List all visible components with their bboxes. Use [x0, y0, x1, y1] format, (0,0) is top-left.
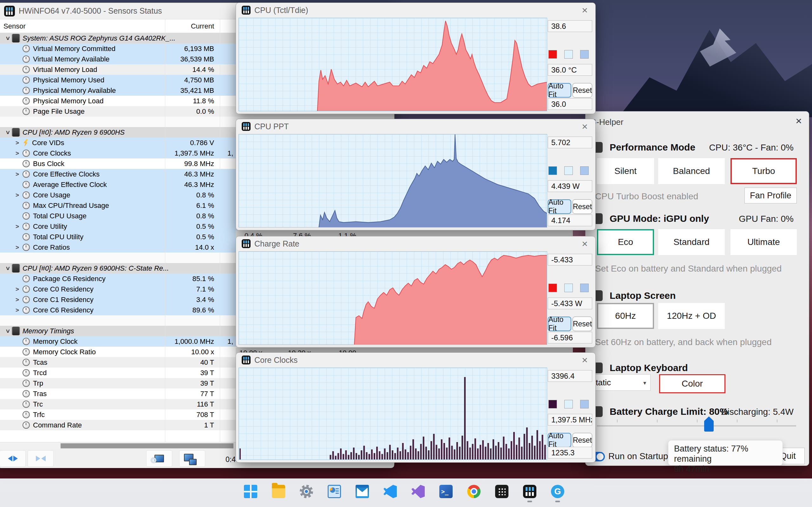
close-icon[interactable]: × — [580, 121, 590, 131]
expand-chevron-icon[interactable]: > — [15, 244, 22, 251]
expand-chevron-icon[interactable]: > — [15, 150, 22, 157]
taskbar-icon-hwinfo[interactable] — [521, 483, 539, 500]
refresh-120hz-button[interactable]: 120Hz + OD — [658, 303, 725, 329]
auto-fit-button[interactable]: Auto Fit — [548, 83, 571, 98]
sensor-label: Physical Memory Available — [33, 87, 116, 95]
sensor-value: 6,193 MB — [125, 45, 214, 53]
graph-window-title: Core Clocks — [254, 355, 576, 365]
reset-button[interactable]: Reset — [572, 317, 592, 331]
g-helper-icon: G — [551, 485, 564, 498]
tooltip-line2: 9h 47min — [674, 464, 777, 474]
expand-chevron-icon[interactable]: > — [15, 139, 22, 147]
expand-chevron-icon[interactable]: > — [15, 307, 22, 314]
color-swatch[interactable] — [564, 50, 573, 59]
color-swatch[interactable] — [580, 50, 589, 59]
auto-fit-button[interactable]: Auto Fit — [548, 317, 571, 331]
color-swatch[interactable] — [548, 284, 557, 292]
expand-chevron-icon[interactable]: > — [15, 286, 22, 293]
taskbar-icon-vscode[interactable] — [381, 483, 399, 500]
clock-icon — [22, 55, 30, 63]
balanced-button[interactable]: Balanced — [658, 158, 725, 184]
taskbar-icon-start[interactable] — [242, 483, 259, 500]
reset-button[interactable]: Reset — [572, 199, 592, 214]
column-current[interactable]: Current — [125, 22, 214, 31]
clock-icon — [22, 348, 30, 355]
expand-chevron-icon[interactable]: > — [15, 171, 22, 178]
color-swatch[interactable] — [548, 400, 557, 408]
taskbar-icon-mail[interactable] — [353, 483, 371, 500]
taskbar-icon-file-explorer[interactable] — [270, 483, 287, 500]
graph-current-value: 36.0 °C — [548, 64, 592, 76]
reset-button[interactable]: Reset — [572, 83, 592, 98]
graph-titlebar[interactable]: Charge Rate× — [236, 236, 595, 251]
refresh-60hz-button[interactable]: 60Hz — [597, 303, 654, 329]
collapse-columns-button[interactable] — [28, 450, 54, 467]
eco-button[interactable]: Eco — [597, 229, 654, 255]
reset-button[interactable]: Reset — [572, 433, 592, 447]
sensor-label: Virtual Memory Available — [33, 55, 109, 63]
graph-current-value: 1,397.5 MHz — [548, 414, 592, 426]
settings-icon — [300, 485, 313, 498]
ultimate-button[interactable]: Ultimate — [730, 229, 797, 255]
clock-icon — [22, 411, 30, 418]
graph-titlebar[interactable]: CPU PPT× — [236, 119, 595, 134]
color-swatch[interactable] — [580, 166, 589, 175]
auto-fit-button[interactable]: Auto Fit — [548, 433, 571, 447]
taskbar-icon-black-app[interactable] — [493, 483, 511, 500]
graph-titlebar[interactable]: Core Clocks× — [236, 353, 595, 367]
color-swatch[interactable] — [548, 50, 557, 59]
sensor-label: Trc — [33, 400, 43, 408]
color-swatch[interactable] — [564, 166, 573, 175]
sensor-label: Command Rate — [33, 421, 82, 429]
color-swatch[interactable] — [548, 166, 557, 175]
sensor-value: 0.0 % — [125, 107, 214, 116]
taskbar-icon-terminal[interactable]: >_ — [437, 483, 455, 500]
expand-chevron-icon[interactable]: > — [15, 192, 22, 199]
remote-monitoring-button[interactable] — [179, 450, 205, 467]
close-icon[interactable]: × — [580, 355, 590, 365]
graph-window-cpu-ppt: CPU PPT×5.7024.439 WAuto FitReset4.174 — [236, 119, 596, 230]
silent-button[interactable]: Silent — [597, 158, 654, 184]
taskbar-icon-display-settings[interactable] — [325, 483, 343, 500]
column-sensor[interactable]: Sensor — [3, 22, 26, 31]
taskbar-icon-chrome[interactable] — [465, 483, 483, 500]
collapse-chevron-icon[interactable]: > — [4, 34, 11, 43]
sensor-value: 39 T — [125, 369, 214, 377]
slider-thumb[interactable] — [704, 416, 714, 432]
expand-chevron-icon[interactable]: > — [15, 223, 22, 230]
fan-profile-button[interactable]: Fan Profile — [745, 187, 797, 204]
clock-icon — [22, 233, 30, 240]
close-icon[interactable]: × — [796, 115, 802, 127]
scrollbar-thumb[interactable] — [61, 443, 234, 448]
color-swatch[interactable] — [564, 284, 573, 292]
clock-icon — [22, 421, 30, 429]
close-icon[interactable]: × — [580, 5, 590, 15]
taskbar-icon-g-helper[interactable]: G — [549, 483, 566, 500]
sensor-label: Package C6 Residency — [33, 275, 106, 283]
cpu-temp-fan-status: CPU: 36°C - Fan: 0% — [709, 143, 794, 153]
expand-columns-button[interactable] — [0, 450, 26, 467]
hwinfo-app-icon — [4, 6, 15, 16]
auto-fit-button[interactable]: Auto Fit — [548, 199, 571, 214]
slider-tick — [777, 419, 777, 422]
expand-chevron-icon[interactable]: > — [15, 296, 22, 303]
close-icon[interactable]: × — [580, 239, 590, 249]
taskbar-icon-visual-studio[interactable] — [409, 483, 427, 500]
collapse-chevron-icon[interactable]: > — [4, 326, 11, 336]
clock-icon — [22, 181, 30, 188]
turbo-button[interactable]: Turbo — [730, 158, 797, 184]
graph-titlebar[interactable]: CPU (Tctl/Tdie)× — [236, 3, 595, 17]
keyboard-color-button[interactable]: Color — [659, 374, 725, 393]
sensor-label: Average Effective Clock — [33, 181, 107, 189]
battery-limit-slider[interactable] — [597, 425, 796, 427]
system-summary-button[interactable] — [146, 450, 172, 467]
standard-button[interactable]: Standard — [658, 229, 725, 255]
color-swatch[interactable] — [580, 400, 589, 408]
collapse-chevron-icon[interactable]: > — [4, 264, 11, 273]
collapse-chevron-icon[interactable]: > — [4, 128, 11, 137]
taskbar-icon-settings[interactable] — [298, 483, 315, 500]
color-swatch[interactable] — [580, 284, 589, 292]
graph-window-title: CPU PPT — [254, 122, 576, 131]
mail-icon — [356, 485, 369, 498]
color-swatch[interactable] — [564, 400, 573, 408]
